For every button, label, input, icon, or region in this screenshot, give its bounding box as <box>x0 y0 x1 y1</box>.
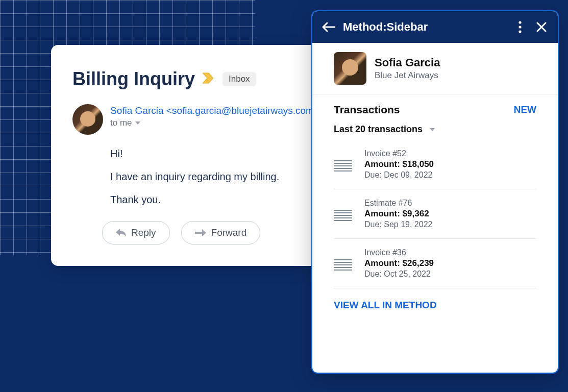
sidebar-header: Method:Sidebar <box>312 11 558 43</box>
transaction-amount: Amount: $18,050 <box>364 159 434 169</box>
close-icon <box>536 22 547 32</box>
transactions-list: Invoice #52 Amount: $18,050 Due: Dec 09,… <box>312 140 558 288</box>
transaction-amount: Amount: $26,239 <box>364 258 434 268</box>
reply-icon <box>116 229 126 237</box>
transaction-ref: Invoice #36 <box>364 248 434 257</box>
reply-label: Reply <box>131 227 156 238</box>
contact-block[interactable]: Sofia Garcia Blue Jet Airways <box>312 43 558 94</box>
sender-display[interactable]: Sofia Garcia <sofia.garcia@bluejetairway… <box>110 105 319 116</box>
sender-avatar[interactable] <box>72 104 103 135</box>
svg-point-2 <box>518 30 521 33</box>
view-all-link[interactable]: VIEW ALL IN METHOD <box>312 288 558 322</box>
chevron-down-icon <box>430 128 435 131</box>
more-menu-button[interactable] <box>513 20 527 34</box>
filter-label: Last 20 transactions <box>334 124 423 135</box>
transaction-item[interactable]: Invoice #52 Amount: $18,050 Due: Dec 09,… <box>334 140 536 189</box>
contact-company: Blue Jet Airways <box>375 70 440 81</box>
transactions-heading: Transactions <box>334 104 400 116</box>
new-transaction-button[interactable]: NEW <box>514 104 536 115</box>
reply-button[interactable]: Reply <box>102 221 170 244</box>
arrow-left-icon <box>322 22 335 32</box>
sidebar-title: Method:Sidebar <box>343 20 506 34</box>
close-button[interactable] <box>534 20 549 34</box>
inbox-tag[interactable]: Inbox <box>223 72 256 86</box>
kebab-icon <box>518 21 522 33</box>
email-subject: Billing Inquiry <box>72 68 195 90</box>
document-icon <box>334 149 352 180</box>
chevron-down-icon <box>135 121 140 125</box>
forward-label: Forward <box>211 227 247 238</box>
transaction-item[interactable]: Estimate #76 Amount: $9,362 Due: Sep 19,… <box>334 189 536 239</box>
back-button[interactable] <box>322 20 336 34</box>
recipient-line[interactable]: to me <box>110 118 319 128</box>
document-icon <box>334 248 352 279</box>
forward-button[interactable]: Forward <box>181 221 261 244</box>
transactions-filter[interactable]: Last 20 transactions <box>312 119 558 140</box>
transaction-amount: Amount: $9,362 <box>364 209 432 219</box>
transaction-ref: Invoice #52 <box>364 149 434 158</box>
transaction-item[interactable]: Invoice #36 Amount: $26,239 Due: Oct 25,… <box>334 239 536 288</box>
contact-name: Sofia Garcia <box>375 56 440 69</box>
transaction-due: Due: Oct 25, 2022 <box>364 270 434 279</box>
to-label: to me <box>110 118 132 128</box>
document-icon <box>334 199 352 229</box>
method-sidebar-panel: Method:Sidebar Sofia Garcia Blue Jet Air… <box>311 10 559 374</box>
contact-avatar <box>334 52 366 85</box>
svg-point-1 <box>518 26 521 28</box>
transaction-ref: Estimate #76 <box>364 199 432 208</box>
forward-icon <box>195 229 206 236</box>
importance-arrow-icon <box>202 72 215 86</box>
svg-point-0 <box>518 21 521 23</box>
transaction-due: Due: Dec 09, 2022 <box>364 170 434 180</box>
transaction-due: Due: Sep 19, 2022 <box>364 220 432 229</box>
